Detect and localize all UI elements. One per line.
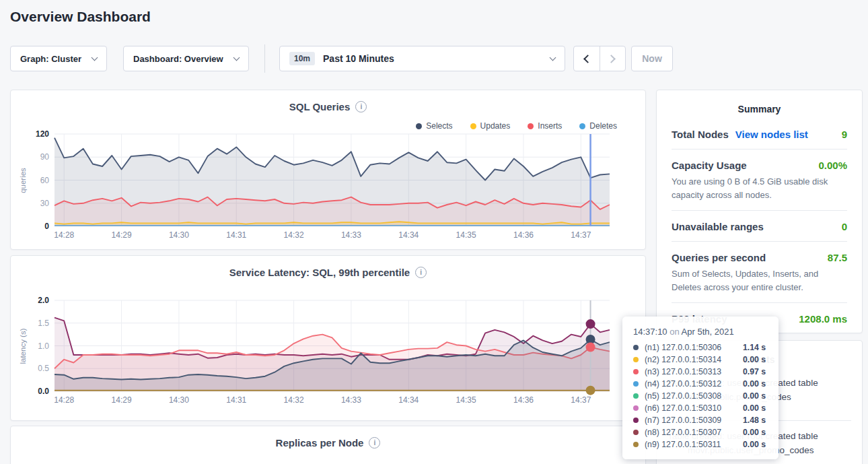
- tooltip-row: (n8) 127.0.0.1:503070.00 s: [633, 426, 768, 438]
- summary-row: Queries per second87.5Sum of Selects, Up…: [672, 242, 847, 303]
- svg-text:14:33: 14:33: [341, 395, 361, 405]
- dashboard-dropdown-label: Dashboard: Overview: [133, 54, 227, 64]
- tooltip-timestamp: 14:37:10 on Apr 5th, 2021: [633, 327, 768, 337]
- time-range-label: Past 10 Minutes: [323, 53, 550, 64]
- tooltip-row: (n5) 127.0.0.1:503080.00 s: [633, 390, 768, 402]
- tooltip-row: (n2) 127.0.0.1:503140.00 s: [633, 354, 768, 366]
- legend-dot-icon: [579, 123, 585, 129]
- chart-hover-tooltip: 14:37:10 on Apr 5th, 2021 (n1) 127.0.0.1…: [622, 317, 779, 459]
- summary-row: Unavailable ranges0: [672, 211, 847, 242]
- svg-text:14:31: 14:31: [226, 395, 246, 405]
- sql-queries-panel: SQL Queries SelectsUpdatesInsertsDeletes…: [10, 90, 646, 250]
- svg-text:14:32: 14:32: [284, 230, 304, 240]
- svg-text:60: 60: [40, 176, 50, 185]
- sql-queries-chart[interactable]: 030609012014:2814:2914:3014:3114:3214:33…: [22, 131, 615, 241]
- node-color-dot-icon: [633, 430, 639, 435]
- svg-text:30: 30: [40, 199, 50, 208]
- svg-text:14:37: 14:37: [571, 230, 591, 240]
- svg-text:14:37: 14:37: [571, 395, 591, 405]
- time-range-selector[interactable]: 10m Past 10 Minutes: [279, 46, 565, 71]
- time-step-buttons: [573, 46, 626, 71]
- now-button[interactable]: Now: [631, 46, 673, 71]
- legend-item: Deletes: [579, 121, 617, 131]
- svg-text:90: 90: [40, 152, 50, 162]
- dashboard-dropdown[interactable]: Dashboard: Overview: [123, 46, 249, 71]
- svg-text:14:36: 14:36: [513, 230, 534, 240]
- service-latency-chart[interactable]: 0.00.51.01.52.014:2814:2914:3014:3114:32…: [22, 297, 615, 406]
- time-forward-button[interactable]: [600, 46, 625, 71]
- svg-text:1.0: 1.0: [38, 341, 49, 351]
- svg-text:14:30: 14:30: [169, 230, 189, 240]
- node-color-dot-icon: [633, 357, 639, 362]
- node-color-dot-icon: [633, 418, 639, 423]
- svg-text:14:29: 14:29: [112, 230, 132, 240]
- service-latency-title: Service Latency: SQL, 99th percentile: [229, 267, 410, 278]
- svg-text:14:29: 14:29: [112, 395, 132, 405]
- sql-queries-legend: SelectsUpdatesInsertsDeletes: [416, 121, 617, 131]
- tooltip-row: (n7) 127.0.0.1:503091.48 s: [633, 414, 768, 426]
- info-icon[interactable]: [415, 267, 427, 278]
- svg-text:1.5: 1.5: [38, 319, 49, 328]
- info-icon[interactable]: [369, 437, 380, 449]
- chevron-down-icon: [550, 55, 556, 61]
- svg-text:14:32: 14:32: [284, 395, 304, 405]
- svg-text:0.0: 0.0: [38, 387, 49, 396]
- page-title: Overview Dashboard: [10, 9, 151, 25]
- svg-text:14:30: 14:30: [169, 395, 189, 405]
- node-color-dot-icon: [633, 393, 639, 399]
- replicas-panel: Replicas per Node: [10, 426, 646, 464]
- svg-text:14:28: 14:28: [54, 230, 74, 240]
- svg-text:14:31: 14:31: [226, 230, 246, 240]
- svg-text:14:34: 14:34: [398, 395, 419, 405]
- node-color-dot-icon: [633, 345, 639, 350]
- graph-dropdown-label: Graph: Cluster: [20, 54, 85, 64]
- node-color-dot-icon: [633, 369, 639, 374]
- tooltip-row: (n4) 127.0.0.1:503120.00 s: [633, 378, 768, 390]
- legend-dot-icon: [528, 123, 534, 129]
- chevron-down-icon: [92, 55, 98, 61]
- svg-text:14:35: 14:35: [456, 395, 476, 405]
- svg-text:14:33: 14:33: [341, 230, 361, 240]
- chevron-left-icon: [584, 55, 593, 63]
- svg-text:120: 120: [36, 129, 49, 139]
- time-range-badge: 10m: [289, 52, 315, 65]
- info-icon[interactable]: [355, 101, 367, 112]
- svg-text:0.5: 0.5: [38, 364, 49, 373]
- graph-dropdown[interactable]: Graph: Cluster: [10, 46, 107, 71]
- tooltip-row: (n3) 127.0.0.1:503130.97 s: [633, 366, 768, 378]
- legend-dot-icon: [416, 123, 422, 129]
- summary-row: Total NodesView nodes list9: [672, 119, 847, 150]
- legend-item: Selects: [416, 121, 452, 131]
- chevron-down-icon: [233, 55, 240, 61]
- legend-item: Updates: [470, 121, 511, 131]
- service-latency-panel: Service Latency: SQL, 99th percentile la…: [10, 255, 646, 421]
- node-color-dot-icon: [633, 442, 639, 447]
- svg-text:14:35: 14:35: [456, 230, 476, 240]
- chevron-right-icon: [607, 55, 616, 63]
- svg-text:0: 0: [44, 222, 49, 231]
- legend-dot-icon: [470, 123, 476, 129]
- header-divider: [264, 44, 265, 73]
- svg-text:2.0: 2.0: [38, 296, 49, 305]
- svg-text:14:34: 14:34: [398, 230, 419, 240]
- summary-row: Capacity Usage0.00%You are using 0 B of …: [672, 150, 847, 211]
- tooltip-row: (n6) 127.0.0.1:503100.00 s: [633, 402, 768, 414]
- view-nodes-list-link[interactable]: View nodes list: [735, 129, 808, 140]
- tooltip-row: (n1) 127.0.0.1:503061.14 s: [633, 341, 768, 354]
- legend-item: Inserts: [528, 121, 562, 131]
- summary-title: Summary: [657, 90, 862, 114]
- svg-text:14:28: 14:28: [54, 395, 74, 405]
- svg-text:14:36: 14:36: [513, 395, 534, 405]
- node-color-dot-icon: [633, 405, 639, 411]
- sql-queries-title: SQL Queries: [289, 101, 351, 112]
- replicas-title: Replicas per Node: [276, 437, 364, 449]
- tooltip-row: (n9) 127.0.0.1:503110.00 s: [633, 438, 768, 451]
- node-color-dot-icon: [633, 381, 639, 387]
- time-back-button[interactable]: [574, 46, 600, 71]
- summary-panel: Summary Total NodesView nodes list9Capac…: [656, 90, 863, 333]
